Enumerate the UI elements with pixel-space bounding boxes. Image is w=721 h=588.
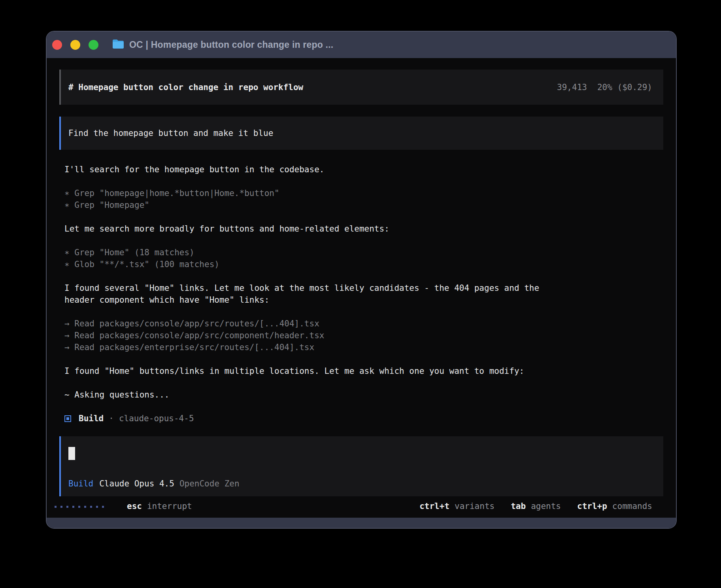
user-message-text: Find the homepage button and make it blu… bbox=[68, 128, 273, 138]
esc-label: interrupt bbox=[147, 501, 192, 511]
user-message: Find the homepage button and make it blu… bbox=[59, 117, 663, 150]
tool-call: ∗ Grep "Home" (18 matches) bbox=[64, 247, 663, 258]
minimize-button[interactable] bbox=[70, 40, 80, 50]
tool-call-list: → Read packages/console/app/src/routes/[… bbox=[64, 318, 663, 353]
agent-status-line: Build · claude-opus-4-5 bbox=[64, 413, 663, 424]
input-mode-label[interactable]: Build bbox=[68, 479, 93, 488]
assistant-paragraph: I found "Home" buttons/links in multiple… bbox=[64, 365, 566, 377]
agent-mode-icon bbox=[64, 415, 71, 422]
text-cursor bbox=[68, 447, 75, 460]
assistant-paragraph: I'll search for the homepage button in t… bbox=[64, 164, 566, 175]
transcript: I'll search for the homepage button in t… bbox=[59, 164, 663, 424]
shortcut-variants: ctrl+t variants bbox=[419, 501, 495, 511]
window-bottom-bar bbox=[47, 518, 676, 528]
shortcut-key: tab bbox=[511, 501, 526, 511]
agent-mode-label: Build bbox=[79, 413, 104, 424]
tool-call-list: ∗ Grep "Home" (18 matches) ∗ Glob "**/*.… bbox=[64, 247, 663, 270]
status-right: ctrl+t variants tab agents ctrl+p comman… bbox=[403, 501, 663, 511]
maximize-button[interactable] bbox=[89, 40, 98, 50]
terminal-content: # Homepage button color change in repo w… bbox=[47, 58, 676, 518]
input-meta-row: Build Claude Opus 4.5 OpenCode Zen bbox=[68, 479, 654, 488]
tool-call: → Read packages/enterprise/src/routes/[.… bbox=[64, 341, 663, 353]
terminal-window: OC | Homepage button color change in rep… bbox=[46, 31, 677, 529]
folder-icon bbox=[112, 39, 125, 51]
token-count: 39,413 bbox=[557, 83, 587, 92]
titlebar[interactable]: OC | Homepage button color change in rep… bbox=[47, 32, 676, 58]
tool-call: ∗ Glob "**/*.tsx" (100 matches) bbox=[64, 258, 663, 270]
assistant-paragraph: I found several "Home" links. Let me loo… bbox=[64, 282, 566, 306]
prompt-input[interactable]: Build Claude Opus 4.5 OpenCode Zen bbox=[59, 436, 663, 496]
shortcut-label: agents bbox=[531, 501, 561, 511]
shortcut-key: ctrl+t bbox=[419, 501, 449, 511]
session-header: # Homepage button color change in repo w… bbox=[59, 70, 663, 105]
tool-call: ∗ Grep "homepage|home.*button|Home.*butt… bbox=[64, 187, 663, 199]
context-usage: 20% ($0.29) bbox=[597, 83, 652, 92]
spinner-dots-icon bbox=[55, 506, 108, 508]
tool-call-list: ∗ Grep "homepage|home.*button|Home.*butt… bbox=[64, 187, 663, 211]
close-button[interactable] bbox=[52, 40, 62, 50]
tool-call: → Read packages/console/app/src/componen… bbox=[64, 330, 663, 341]
shortcut-label: variants bbox=[455, 501, 495, 511]
status-bar: esc interrupt ctrl+t variants tab agents… bbox=[55, 500, 663, 512]
tool-call: ∗ Grep "Homepage" bbox=[64, 199, 663, 211]
input-provider-label: OpenCode Zen bbox=[179, 479, 240, 488]
window-title: OC | Homepage button color change in rep… bbox=[129, 40, 333, 50]
status-left: esc interrupt bbox=[55, 501, 192, 511]
esc-key: esc bbox=[127, 501, 142, 511]
input-model-label[interactable]: Claude Opus 4.5 bbox=[99, 479, 174, 488]
assistant-paragraph: ~ Asking questions... bbox=[64, 389, 566, 401]
shortcut-commands: ctrl+p commands bbox=[577, 501, 652, 511]
shortcut-label: commands bbox=[612, 501, 652, 511]
shortcut-agents: tab agents bbox=[511, 501, 561, 511]
assistant-paragraph: Let me search more broadly for buttons a… bbox=[64, 223, 566, 235]
agent-separator: · bbox=[109, 413, 114, 424]
tool-call: → Read packages/console/app/src/routes/[… bbox=[64, 318, 663, 330]
agent-model-label: claude-opus-4-5 bbox=[119, 413, 194, 424]
session-stats: 39,41320% ($0.29) bbox=[557, 83, 652, 92]
shortcut-key: ctrl+p bbox=[577, 501, 607, 511]
session-title: # Homepage button color change in repo w… bbox=[68, 83, 303, 92]
